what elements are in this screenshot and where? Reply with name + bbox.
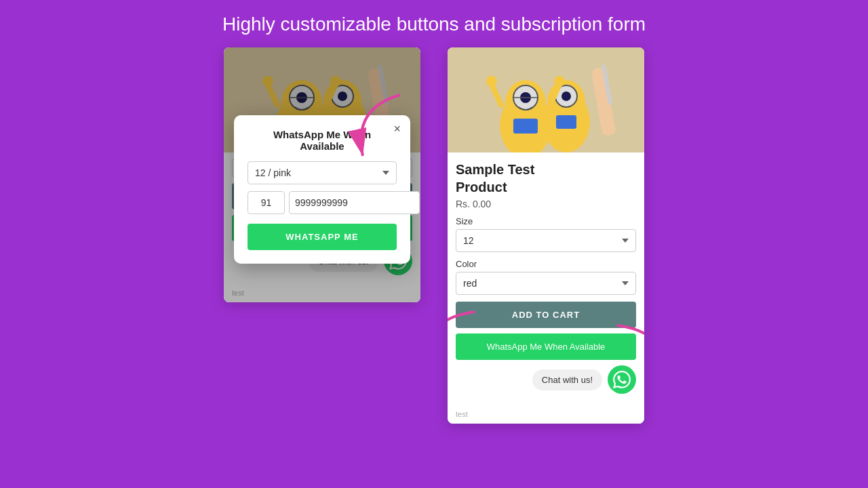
svg-point-23 [561,92,571,101]
size-select[interactable]: 12 [456,229,636,252]
svg-rect-30 [513,119,538,134]
product-price: Rs. 0.00 [456,199,636,209]
right-whatsapp-circle-button[interactable] [608,365,636,394]
modal-country-code-input[interactable] [248,191,285,214]
svg-point-34 [554,76,565,87]
modal-close-button[interactable]: × [393,122,401,136]
right-chat-button[interactable]: Chat with us! [532,369,602,390]
modal-title: WhatsApp Me When Available [248,129,397,152]
page-title: Highly customizable buttons and subscrip… [222,14,646,35]
left-panel: × WhatsApp Me When Available 12 / pink W… [224,47,420,302]
product-title: Sample Test Product [456,161,636,196]
svg-point-33 [486,76,497,87]
panels-container: × WhatsApp Me When Available 12 / pink W… [224,47,644,424]
right-product-content: Sample Test Product Rs. 0.00 Size 12 Col… [448,152,644,407]
right-panel: Sample Test Product Rs. 0.00 Size 12 Col… [448,47,644,424]
modal-phone-input[interactable] [289,191,420,214]
right-panel-footer: test [448,407,644,424]
right-whatsapp-available-button[interactable]: WhatsApp Me When Available [456,333,636,360]
color-select[interactable]: red [456,272,636,295]
svg-rect-24 [556,115,576,129]
whatsapp-modal: × WhatsApp Me When Available 12 / pink W… [234,115,410,264]
modal-whatsapp-button[interactable]: WHATSAPP ME [248,224,397,250]
right-add-to-cart-button[interactable]: ADD TO CART [456,302,636,328]
right-chat-row: Chat with us! [456,365,636,394]
modal-overlay: × WhatsApp Me When Available 12 / pink W… [224,47,420,302]
right-product-image [448,47,644,152]
modal-variant-select[interactable]: 12 / pink [248,161,397,184]
size-label: Size [456,216,636,226]
color-label: Color [456,259,636,269]
modal-phone-row [248,191,397,214]
